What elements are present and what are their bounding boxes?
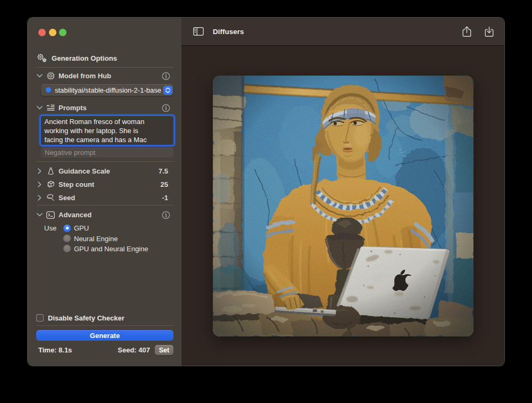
scale-weight-icon: [45, 167, 56, 175]
image-canvas: [181, 46, 504, 366]
seed-value: -1: [162, 194, 173, 202]
radio-row-neural-engine[interactable]: Neural Engine: [36, 233, 173, 243]
radio-row-gpu-neural-engine[interactable]: GPU and Neural Engine: [36, 244, 173, 254]
leaf-icon: [45, 194, 56, 201]
set-seed-button[interactable]: Set: [155, 345, 173, 355]
zoom-button[interactable]: [59, 29, 66, 36]
model-dropdown[interactable]: stabilityai/stable-diffusion-2-1-base: [41, 84, 173, 96]
radio-row-gpu[interactable]: Use GPU: [36, 223, 173, 233]
chevron-down-icon[interactable]: [34, 213, 45, 217]
info-icon[interactable]: [162, 211, 170, 219]
seed-label: Seed: [59, 194, 75, 202]
chevron-right-icon[interactable]: [34, 195, 45, 201]
radio-neural-engine[interactable]: [63, 235, 71, 242]
divider: [36, 325, 173, 326]
step-count-label: Step count: [59, 180, 94, 188]
safety-checkbox[interactable]: [36, 314, 44, 322]
toolbar: Diffusers: [181, 18, 504, 46]
compute-unit-group: Use GPU Neural Engine GPU and Neural Eng…: [36, 223, 173, 254]
model-status-dot: [46, 87, 51, 93]
prompt-textarea[interactable]: Ancient Roman fresco of woman working wi…: [41, 116, 173, 145]
generated-image[interactable]: [213, 76, 473, 336]
seed-row[interactable]: Seed -1: [36, 192, 173, 203]
chevron-right-icon[interactable]: [34, 168, 45, 174]
radio-gpu-neural-engine-label: GPU and Neural Engine: [74, 245, 148, 253]
minimize-button[interactable]: [49, 29, 56, 36]
negative-prompt-input[interactable]: Negative prompt: [41, 148, 173, 158]
radio-gpu-neural-engine[interactable]: [63, 245, 71, 252]
info-icon[interactable]: [162, 104, 170, 112]
model-section-label: Model from Hub: [59, 72, 111, 80]
advanced-section-row[interactable]: Advanced: [36, 210, 173, 220]
toolbar-actions: [462, 26, 494, 37]
radio-gpu[interactable]: [63, 225, 71, 232]
chevron-right-icon[interactable]: [34, 182, 45, 187]
prompts-section-row[interactable]: Prompts: [36, 103, 173, 113]
use-label: Use: [44, 224, 63, 232]
dropdown-stepper-icon[interactable]: [163, 86, 172, 95]
sidebar-toggle-icon[interactable]: [193, 27, 204, 36]
radio-neural-engine-label: Neural Engine: [74, 235, 118, 243]
chevron-down-icon[interactable]: [34, 106, 45, 110]
close-button[interactable]: [38, 29, 46, 36]
cube-icon: [45, 180, 56, 188]
share-button[interactable]: [462, 26, 471, 37]
info-icon[interactable]: [162, 72, 170, 80]
seed-status: Seed: 407: [118, 346, 150, 354]
main-pane: Diffusers: [181, 18, 504, 366]
gears-icon: [36, 53, 48, 63]
guidance-scale-value: 7.5: [159, 167, 173, 175]
radio-gpu-label: GPU: [74, 224, 89, 232]
time-status: Time: 8.1s: [38, 346, 72, 354]
save-image-button[interactable]: [485, 26, 494, 37]
guidance-scale-row[interactable]: Guidance Scale 7.5: [36, 166, 173, 176]
generate-button[interactable]: Generate: [36, 330, 173, 341]
divider: [36, 161, 173, 162]
cpu-icon: [45, 72, 56, 80]
app-window: Generation Options Model from Hub stabi: [28, 18, 504, 366]
divider: [36, 205, 173, 205]
sidebar: Generation Options Model from Hub stabi: [28, 18, 181, 366]
sidebar-title: Generation Options: [52, 54, 117, 62]
advanced-section-label: Advanced: [59, 211, 92, 219]
model-section-row[interactable]: Model from Hub: [36, 71, 173, 81]
safety-checker-row[interactable]: Disable Safety Checker: [36, 312, 173, 323]
text-quote-icon: [45, 104, 56, 111]
divider: [36, 67, 173, 68]
model-dropdown-value: stabilityai/stable-diffusion-2-1-base: [55, 86, 161, 94]
safety-checkbox-label: Disable Safety Checker: [48, 314, 124, 322]
step-count-row[interactable]: Step count 25: [36, 179, 173, 190]
guidance-scale-label: Guidance Scale: [59, 167, 110, 175]
terminal-icon: [45, 211, 56, 219]
prompts-section-label: Prompts: [59, 104, 87, 112]
status-bar: Time: 8.1s Seed: 407 Set: [36, 345, 173, 355]
step-count-value: 25: [161, 180, 173, 188]
sidebar-header: Generation Options: [36, 53, 117, 63]
app-title: Diffusers: [213, 28, 244, 36]
chevron-down-icon[interactable]: [34, 74, 45, 78]
